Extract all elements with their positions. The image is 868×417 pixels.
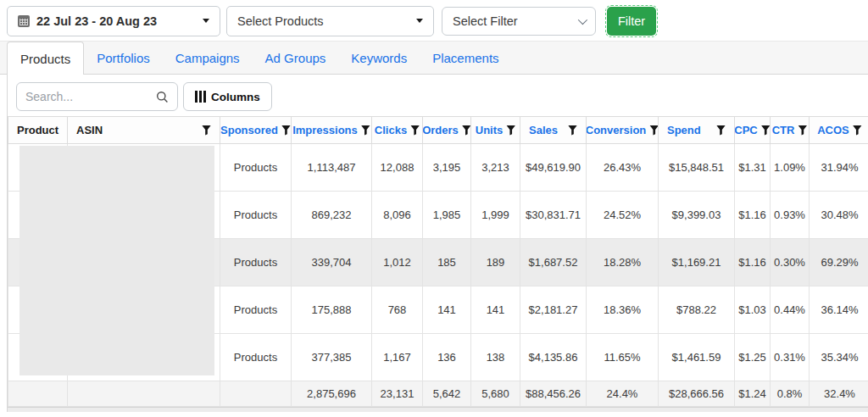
col-header-conversion[interactable]: Conversion: [590, 124, 654, 136]
caret-down-icon: [203, 19, 209, 23]
filter-funnel-icon[interactable]: [462, 125, 471, 136]
sponsored-cell: Products: [220, 144, 292, 192]
col-header-sponsored[interactable]: Sponsored: [224, 124, 287, 136]
ctr-cell: 1.09%: [771, 144, 810, 192]
sponsored-cell: Products: [220, 192, 292, 239]
filter-funnel-icon[interactable]: [281, 125, 291, 136]
orders-cell: 141: [423, 286, 471, 334]
select-products-dropdown[interactable]: Select Products: [226, 6, 434, 36]
filter-funnel-icon[interactable]: [202, 125, 211, 136]
product-total-cell: [8, 381, 68, 407]
col-header-acos[interactable]: ACOS: [813, 124, 866, 136]
spend-cell: $15,848.51: [659, 144, 735, 192]
columns-button[interactable]: Columns: [183, 82, 272, 111]
ctr-cell: 0.30%: [771, 239, 810, 286]
sponsored-total-cell: [220, 381, 292, 407]
units-total: 5,680: [471, 381, 520, 407]
ctr-cell: 0.93%: [771, 192, 810, 239]
col-header-orders[interactable]: Orders: [426, 124, 467, 136]
tab-keywords[interactable]: Keywords: [338, 42, 420, 74]
sales-cell: $2,181.27: [520, 286, 587, 334]
acos-cell: 35.34%: [810, 334, 868, 381]
sales-cell: $1,687.52: [520, 239, 587, 286]
sponsored-cell: Products: [220, 286, 292, 334]
sponsored-cell: Products: [220, 239, 292, 286]
col-header-product: Product: [12, 124, 64, 136]
search-input[interactable]: [25, 90, 156, 103]
tab-products[interactable]: Products: [7, 42, 84, 75]
clicks-cell: 1,012: [372, 239, 423, 286]
cpc-cell: $1.25: [735, 334, 771, 381]
tab-placements[interactable]: Placements: [420, 42, 511, 74]
orders-cell: 185: [423, 239, 471, 286]
search-icon: [156, 91, 169, 103]
filter-funnel-icon[interactable]: [761, 125, 771, 136]
table-toolbar: Columns: [8, 75, 868, 116]
units-cell: 3,213: [471, 144, 520, 192]
clicks-cell: 8,096: [372, 192, 423, 239]
tab-portfolios[interactable]: Portfolios: [84, 42, 163, 74]
impressions-cell: 869,232: [292, 192, 372, 239]
col-header-units[interactable]: Units: [475, 124, 516, 136]
col-header-impressions[interactable]: Impressions: [295, 124, 368, 136]
col-header-ctr[interactable]: CTR: [774, 124, 805, 136]
col-header-cpc[interactable]: CPC: [738, 124, 766, 136]
conversion-cell: 26.43%: [587, 144, 659, 192]
sales-cell: $49,619.90: [520, 144, 587, 192]
units-cell: 1,999: [471, 192, 520, 239]
units-cell: 141: [471, 286, 520, 334]
clicks-cell: 12,088: [372, 144, 423, 192]
date-range-value: 22 Jul 23 - 20 Aug 23: [36, 14, 157, 28]
header-row: Product ASIN Sponsored Impressions Click…: [8, 117, 868, 144]
clicks-cell: 1,167: [372, 334, 423, 381]
impressions-cell: 175,888: [292, 286, 372, 334]
select-filter-dropdown[interactable]: Select Filter: [442, 7, 596, 36]
filter-funnel-icon[interactable]: [853, 125, 862, 136]
orders-total: 5,642: [423, 381, 471, 407]
filter-funnel-icon[interactable]: [410, 125, 420, 136]
acos-cell: 36.14%: [810, 286, 868, 334]
cpc-total: $1.24: [735, 381, 771, 407]
horizontal-scrollbar[interactable]: [8, 407, 868, 412]
ctr-cell: 0.44%: [771, 286, 810, 334]
filter-funnel-icon[interactable]: [361, 125, 370, 136]
clicks-cell: 768: [372, 286, 423, 334]
orders-cell: 1,985: [423, 192, 471, 239]
sponsored-cell: Products: [220, 334, 292, 381]
tab-campaigns[interactable]: Campaigns: [163, 42, 253, 74]
units-cell: 138: [471, 334, 520, 381]
ctr-total: 0.8%: [771, 381, 810, 407]
acos-total: 32.4%: [810, 381, 868, 407]
impressions-cell: 1,113,487: [292, 144, 372, 192]
clicks-total: 23,131: [372, 381, 423, 407]
filter-funnel-icon[interactable]: [798, 125, 807, 136]
filter-button[interactable]: Filter: [607, 7, 656, 36]
search-box: [16, 82, 178, 111]
acos-cell: 31.94%: [810, 144, 868, 192]
select-filter-label: Select Filter: [453, 14, 518, 28]
conversion-cell: 18.28%: [587, 239, 659, 286]
acos-cell: 69.29%: [810, 239, 868, 286]
columns-icon: [195, 91, 206, 103]
units-cell: 189: [471, 239, 520, 286]
col-header-spend[interactable]: Spend: [662, 124, 731, 136]
cpc-cell: $1.31: [735, 144, 771, 192]
impressions-cell: 339,704: [292, 239, 372, 286]
col-header-clicks[interactable]: Clicks: [376, 124, 419, 136]
filter-funnel-icon[interactable]: [649, 125, 658, 136]
conversion-cell: 11.65%: [587, 334, 659, 381]
date-range-picker[interactable]: 22 Jul 23 - 20 Aug 23: [7, 6, 220, 36]
impressions-total: 2,875,696: [292, 381, 372, 407]
asin-total-cell: [68, 381, 220, 407]
conversion-cell: 24.52%: [587, 192, 659, 239]
filter-funnel-icon[interactable]: [506, 125, 515, 136]
col-header-sales[interactable]: Sales: [524, 124, 582, 136]
tab-ad-groups[interactable]: Ad Groups: [253, 42, 339, 74]
ctr-cell: 0.31%: [771, 334, 810, 381]
chevron-down-icon: [578, 14, 587, 24]
filter-funnel-icon[interactable]: [716, 125, 726, 136]
table-card: Columns Product ASIN Sponsored Impressio…: [7, 75, 868, 412]
filter-funnel-icon[interactable]: [568, 125, 577, 136]
conversion-total: 24.4%: [587, 381, 659, 407]
spend-cell: $1,169.21: [659, 239, 735, 286]
